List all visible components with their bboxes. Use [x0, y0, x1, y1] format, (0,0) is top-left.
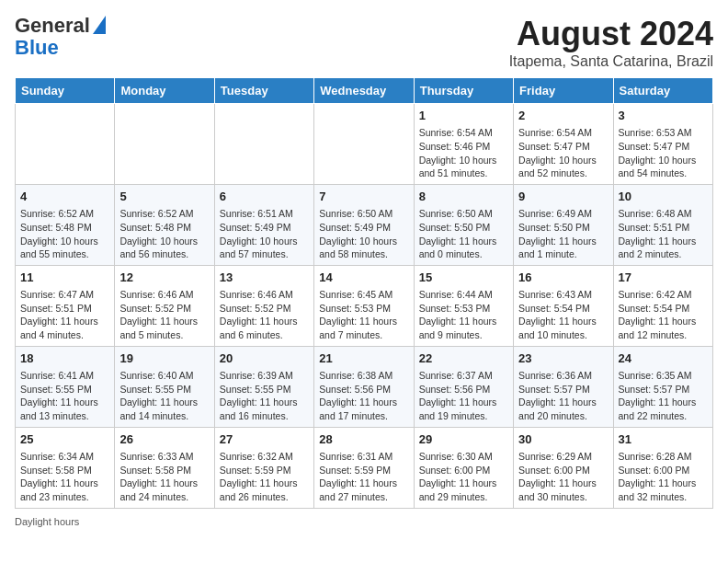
- day-number: 20: [220, 350, 309, 367]
- day-detail: Sunrise: 6:38 AMSunset: 5:56 PMDaylight:…: [319, 369, 408, 423]
- day-detail: Sunrise: 6:50 AMSunset: 5:50 PMDaylight:…: [419, 207, 508, 261]
- day-number: 10: [619, 189, 708, 205]
- title-block: August 2024 Itapema, Santa Catarina, Bra…: [509, 15, 713, 70]
- day-detail: Sunrise: 6:53 AMSunset: 5:47 PMDaylight:…: [619, 126, 708, 180]
- day-number: 13: [220, 270, 309, 286]
- day-number: 31: [619, 431, 708, 448]
- calendar-day-cell: 15Sunrise: 6:44 AMSunset: 5:53 PMDayligh…: [414, 265, 513, 346]
- calendar-day-cell: 6Sunrise: 6:51 AMSunset: 5:49 PMDaylight…: [214, 184, 313, 265]
- day-number: 19: [119, 350, 209, 367]
- day-of-week-header: Tuesday: [214, 78, 313, 104]
- calendar-subtitle: Itapema, Santa Catarina, Brazil: [509, 53, 713, 70]
- calendar-day-cell: 31Sunrise: 6:28 AMSunset: 6:00 PMDayligh…: [613, 427, 712, 508]
- day-detail: Sunrise: 6:52 AMSunset: 5:48 PMDaylight:…: [20, 207, 109, 261]
- calendar-day-cell: 9Sunrise: 6:49 AMSunset: 5:50 PMDaylight…: [514, 184, 613, 265]
- day-detail: Sunrise: 6:51 AMSunset: 5:49 PMDaylight:…: [220, 207, 309, 261]
- day-detail: Sunrise: 6:46 AMSunset: 5:52 PMDaylight:…: [220, 288, 309, 342]
- calendar-day-cell: 22Sunrise: 6:37 AMSunset: 5:56 PMDayligh…: [414, 346, 513, 427]
- calendar-day-cell: 12Sunrise: 6:46 AMSunset: 5:52 PMDayligh…: [115, 265, 214, 346]
- day-detail: Sunrise: 6:52 AMSunset: 5:48 PMDaylight:…: [119, 207, 209, 261]
- logo-triangle-icon: [93, 16, 106, 34]
- day-detail: Sunrise: 6:39 AMSunset: 5:55 PMDaylight:…: [220, 369, 309, 423]
- calendar-week-row: 25Sunrise: 6:34 AMSunset: 5:58 PMDayligh…: [16, 427, 713, 508]
- day-of-week-header: Monday: [115, 78, 214, 104]
- day-of-week-header: Friday: [514, 78, 613, 104]
- day-detail: Sunrise: 6:46 AMSunset: 5:52 PMDaylight:…: [119, 288, 209, 342]
- calendar-day-cell: 7Sunrise: 6:50 AMSunset: 5:49 PMDaylight…: [314, 184, 414, 265]
- day-number: 9: [518, 189, 608, 205]
- day-number: 3: [619, 108, 708, 124]
- day-of-week-header: Wednesday: [314, 78, 414, 104]
- day-detail: Sunrise: 6:34 AMSunset: 5:58 PMDaylight:…: [20, 450, 109, 504]
- logo-general: General: [15, 14, 90, 37]
- day-detail: Sunrise: 6:48 AMSunset: 5:51 PMDaylight:…: [619, 207, 708, 261]
- day-number: 11: [20, 270, 109, 286]
- logo: General Blue: [15, 15, 106, 59]
- calendar-day-cell: 2Sunrise: 6:54 AMSunset: 5:47 PMDaylight…: [514, 104, 613, 185]
- day-detail: Sunrise: 6:45 AMSunset: 5:53 PMDaylight:…: [319, 288, 408, 342]
- day-number: 29: [419, 431, 508, 448]
- day-detail: Sunrise: 6:37 AMSunset: 5:56 PMDaylight:…: [419, 369, 508, 423]
- calendar-day-cell: 1Sunrise: 6:54 AMSunset: 5:46 PMDaylight…: [414, 104, 513, 185]
- calendar-day-cell: 4Sunrise: 6:52 AMSunset: 5:48 PMDaylight…: [16, 184, 115, 265]
- calendar-body: 1Sunrise: 6:54 AMSunset: 5:46 PMDaylight…: [16, 104, 713, 509]
- logo-blue: Blue: [15, 36, 59, 59]
- day-number: 28: [319, 431, 408, 448]
- day-number: 14: [319, 270, 408, 286]
- day-detail: Sunrise: 6:54 AMSunset: 5:46 PMDaylight:…: [419, 126, 508, 180]
- calendar-day-cell: 30Sunrise: 6:29 AMSunset: 6:00 PMDayligh…: [514, 427, 613, 508]
- day-number: 5: [119, 189, 209, 205]
- day-number: 18: [20, 350, 109, 367]
- logo-text: General: [15, 15, 90, 37]
- calendar-day-cell: 27Sunrise: 6:32 AMSunset: 5:59 PMDayligh…: [214, 427, 313, 508]
- day-number: 12: [119, 270, 209, 286]
- calendar-day-cell: 23Sunrise: 6:36 AMSunset: 5:57 PMDayligh…: [514, 346, 613, 427]
- day-number: 6: [220, 189, 309, 205]
- calendar-week-row: 18Sunrise: 6:41 AMSunset: 5:55 PMDayligh…: [16, 346, 713, 427]
- calendar-day-cell: 13Sunrise: 6:46 AMSunset: 5:52 PMDayligh…: [214, 265, 313, 346]
- calendar-day-cell: 24Sunrise: 6:35 AMSunset: 5:57 PMDayligh…: [613, 346, 712, 427]
- day-detail: Sunrise: 6:42 AMSunset: 5:54 PMDaylight:…: [619, 288, 708, 342]
- calendar-day-cell: 29Sunrise: 6:30 AMSunset: 6:00 PMDayligh…: [414, 427, 513, 508]
- footer: Daylight hours: [15, 516, 713, 527]
- day-number: 17: [619, 270, 708, 286]
- day-detail: Sunrise: 6:44 AMSunset: 5:53 PMDaylight:…: [419, 288, 508, 342]
- calendar-day-cell: 18Sunrise: 6:41 AMSunset: 5:55 PMDayligh…: [16, 346, 115, 427]
- daylight-label: Daylight hours: [15, 516, 79, 527]
- day-number: 26: [119, 431, 209, 448]
- calendar-day-cell: 28Sunrise: 6:31 AMSunset: 5:59 PMDayligh…: [314, 427, 414, 508]
- day-detail: Sunrise: 6:30 AMSunset: 6:00 PMDaylight:…: [419, 450, 508, 504]
- day-detail: Sunrise: 6:36 AMSunset: 5:57 PMDaylight:…: [518, 369, 608, 423]
- day-number: 24: [619, 350, 708, 367]
- calendar-week-row: 1Sunrise: 6:54 AMSunset: 5:46 PMDaylight…: [16, 104, 713, 185]
- page-header: General Blue August 2024 Itapema, Santa …: [15, 15, 713, 70]
- day-detail: Sunrise: 6:47 AMSunset: 5:51 PMDaylight:…: [20, 288, 109, 342]
- day-number: 8: [419, 189, 508, 205]
- day-number: 22: [419, 350, 508, 367]
- calendar-title: August 2024: [509, 15, 713, 53]
- calendar-day-cell: 8Sunrise: 6:50 AMSunset: 5:50 PMDaylight…: [414, 184, 513, 265]
- calendar-day-cell: 14Sunrise: 6:45 AMSunset: 5:53 PMDayligh…: [314, 265, 414, 346]
- day-detail: Sunrise: 6:29 AMSunset: 6:00 PMDaylight:…: [518, 450, 608, 504]
- calendar-day-cell: 26Sunrise: 6:33 AMSunset: 5:58 PMDayligh…: [115, 427, 214, 508]
- calendar-day-cell: 10Sunrise: 6:48 AMSunset: 5:51 PMDayligh…: [613, 184, 712, 265]
- day-of-week-header: Thursday: [414, 78, 513, 104]
- day-number: 15: [419, 270, 508, 286]
- day-number: 21: [319, 350, 408, 367]
- calendar-day-cell: 3Sunrise: 6:53 AMSunset: 5:47 PMDaylight…: [613, 104, 712, 185]
- calendar-day-cell: 5Sunrise: 6:52 AMSunset: 5:48 PMDaylight…: [115, 184, 214, 265]
- calendar-day-cell: [214, 104, 313, 185]
- day-number: 16: [518, 270, 608, 286]
- day-number: 27: [220, 431, 309, 448]
- day-number: 7: [319, 189, 408, 205]
- calendar-day-cell: 25Sunrise: 6:34 AMSunset: 5:58 PMDayligh…: [16, 427, 115, 508]
- day-detail: Sunrise: 6:35 AMSunset: 5:57 PMDaylight:…: [619, 369, 708, 423]
- days-of-week-row: SundayMondayTuesdayWednesdayThursdayFrid…: [16, 78, 713, 104]
- day-of-week-header: Saturday: [613, 78, 712, 104]
- day-detail: Sunrise: 6:50 AMSunset: 5:49 PMDaylight:…: [319, 207, 408, 261]
- calendar-week-row: 4Sunrise: 6:52 AMSunset: 5:48 PMDaylight…: [16, 184, 713, 265]
- day-of-week-header: Sunday: [16, 78, 115, 104]
- day-detail: Sunrise: 6:32 AMSunset: 5:59 PMDaylight:…: [220, 450, 309, 504]
- day-detail: Sunrise: 6:54 AMSunset: 5:47 PMDaylight:…: [518, 126, 608, 180]
- day-number: 30: [518, 431, 608, 448]
